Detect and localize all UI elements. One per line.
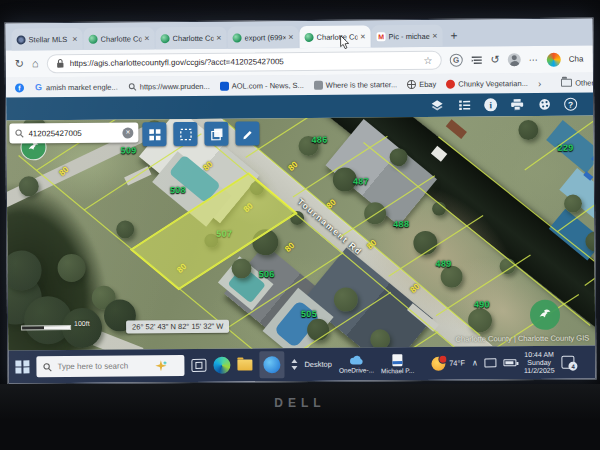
onedrive-label: OneDrive-... [339, 366, 374, 373]
bookmark-label: amish market engle... [46, 82, 118, 92]
tab-label: Charlotte Cou [173, 33, 214, 42]
dell-logo: DELL [274, 396, 325, 450]
legend-list-icon[interactable] [457, 98, 471, 112]
tab-label: export (699×4 [245, 33, 286, 42]
browser-menu-icon[interactable]: ⋯ [529, 54, 539, 64]
windows-taskbar: Desktop OneDrive-... Michael P... 74°F ∧… [8, 345, 595, 383]
bookmark-aol[interactable]: AOL.com - News, S... [220, 80, 304, 90]
tab-close-icon[interactable]: × [144, 34, 149, 43]
bookmark-label: Chunky Vegetarian... [458, 79, 528, 89]
tray-expand-chevron[interactable]: ∧ [472, 358, 478, 367]
bookmark-chunky-vegetarian[interactable]: Chunky Vegetarian... [446, 79, 528, 89]
tab-charlotte-1[interactable]: Charlotte Cou × [83, 27, 154, 50]
tab-charlotte-2[interactable]: Charlotte Cou × [155, 27, 226, 50]
scale-bar [22, 326, 70, 329]
basemap-grid-button[interactable] [142, 122, 166, 146]
copy-notes-button[interactable] [204, 122, 228, 146]
page-icon [314, 80, 323, 89]
photo-background: Stellar MLS × Charlotte Cou × Charlotte … [0, 0, 600, 450]
tab-label: Charlotte Cou [317, 32, 358, 41]
globe-favicon-icon [89, 34, 98, 43]
file-explorer-icon[interactable] [237, 359, 252, 370]
tab-stellar-mls[interactable]: Stellar MLS × [11, 28, 82, 51]
bookmark-label: Where is the starter... [326, 80, 397, 90]
bookmark-amish-market[interactable]: G amish market engle... [34, 82, 118, 92]
profile-name[interactable]: Cha [569, 55, 584, 64]
tab-close-icon[interactable]: × [432, 31, 437, 40]
bookmarks-overflow-chevron[interactable]: › [538, 77, 541, 88]
copilot-icon[interactable] [547, 52, 561, 66]
tab-close-icon[interactable]: × [360, 32, 365, 41]
tab-close-icon[interactable]: × [288, 33, 293, 42]
weather-widget[interactable]: 74°F [431, 356, 465, 370]
bookmark-starter[interactable]: Where is the starter... [314, 80, 397, 90]
date-label: 11/2/2025 [524, 366, 555, 374]
bookmark-label: https://www.pruden... [140, 81, 210, 91]
notification-badge: 4 [569, 362, 578, 371]
history-icon[interactable]: ↺ [491, 54, 500, 65]
user-file-item[interactable]: Michael P... [381, 354, 414, 374]
tab-export-image[interactable]: export (699×4 × [227, 26, 298, 49]
desktop-label[interactable]: Desktop [304, 360, 332, 369]
parcel-search-input[interactable] [28, 128, 110, 138]
taskbar-search[interactable] [36, 355, 184, 377]
display-tray-icon[interactable] [485, 358, 497, 367]
taskbar-search-input[interactable] [57, 361, 149, 371]
basemap-palette-icon[interactable] [537, 97, 551, 111]
document-icon [392, 354, 402, 366]
other-favorites[interactable]: Other favorites [561, 78, 596, 88]
profile-avatar[interactable] [508, 53, 521, 66]
recipe-site-icon [446, 79, 455, 88]
laptop-screen: Stellar MLS × Charlotte Cou × Charlotte … [4, 17, 596, 384]
help-icon[interactable]: ? [564, 98, 577, 111]
stellar-favicon-icon [17, 35, 26, 44]
new-tab-button[interactable]: + [451, 30, 458, 42]
edge-icon[interactable] [213, 357, 230, 374]
tab-close-icon[interactable]: × [72, 34, 77, 43]
scale-label: 100ft [74, 320, 90, 327]
laptop-bezel: DELL [0, 384, 600, 450]
globe-icon [407, 79, 416, 88]
taskbar-scroll-chevrons[interactable] [291, 359, 297, 370]
tab-label: Charlotte Cou [101, 34, 142, 43]
reload-icon[interactable]: ↻ [15, 58, 24, 69]
tab-close-icon[interactable]: × [216, 33, 221, 42]
lock-icon [56, 58, 65, 69]
url-field[interactable]: https://agis.charlottecountyfl.gov/ccgis… [47, 51, 442, 73]
onedrive-item[interactable]: OneDrive-... [339, 354, 374, 373]
info-icon[interactable]: i [484, 98, 497, 111]
battery-icon[interactable] [504, 359, 517, 366]
google-icon: G [34, 83, 43, 92]
select-area-button[interactable] [173, 122, 197, 146]
tab-charlotte-active[interactable]: Charlotte Cou × [299, 25, 370, 48]
collections-icon[interactable] [471, 54, 483, 66]
parcel-search-box[interactable]: × [9, 122, 138, 143]
bookmark-star-icon[interactable]: ☆ [424, 55, 433, 66]
gis-map-viewport[interactable]: 509 508 507 506 505 486 487 488 489 490 … [6, 115, 595, 350]
clear-search-icon[interactable]: × [122, 127, 133, 138]
draw-pencil-button[interactable] [235, 121, 259, 145]
notification-center-icon[interactable]: 4 [561, 356, 574, 369]
task-view-button[interactable] [191, 359, 206, 372]
active-browser-tile[interactable] [259, 351, 284, 378]
search-icon [14, 128, 24, 138]
tab-label: Pic - michael.p [389, 31, 430, 40]
start-button[interactable] [15, 360, 29, 374]
g-extension-icon[interactable]: G [450, 54, 463, 67]
mouse-cursor [340, 36, 350, 50]
layers-icon[interactable] [430, 98, 444, 112]
bookmark-prudential[interactable]: https://www.pruden... [128, 81, 210, 91]
bookmark-ebay[interactable]: Ebay [407, 79, 436, 88]
user-file-label: Michael P... [381, 367, 414, 374]
time-label: 10:44 AM [524, 350, 554, 358]
search-icon [128, 82, 137, 91]
tab-label: Stellar MLS [29, 35, 70, 44]
home-icon[interactable]: ⌂ [32, 58, 39, 69]
browser-tab-strip: Stellar MLS × Charlotte Cou × Charlotte … [5, 18, 592, 50]
tab-gmail-pic[interactable]: M Pic - michael.p × [371, 25, 442, 48]
print-icon[interactable] [510, 98, 524, 112]
gmail-favicon-icon: M [377, 32, 386, 41]
facebook-bookmark-icon[interactable]: f [15, 83, 24, 92]
aol-icon [220, 81, 229, 90]
taskbar-clock[interactable]: 10:44 AM Sunday 11/2/2025 [524, 350, 555, 374]
